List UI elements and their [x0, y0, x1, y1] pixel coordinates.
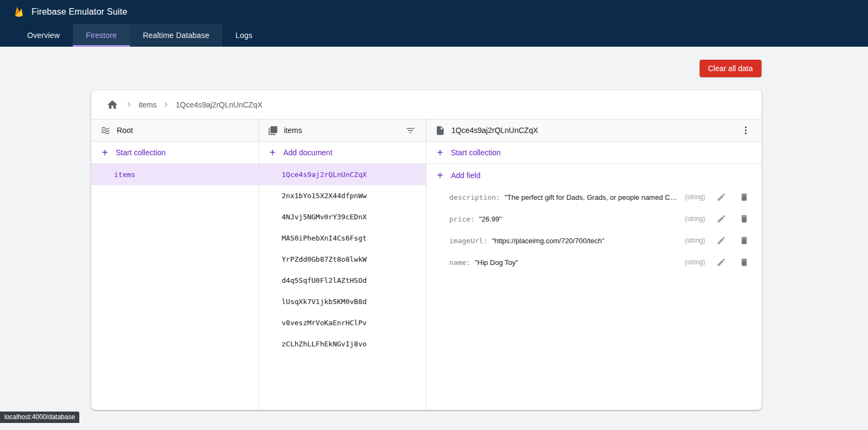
field-type: (string)	[685, 193, 705, 201]
collection-panel-title: items	[284, 126, 302, 135]
field-row: imageUrl "https://placeimg.com/720/700/t…	[426, 230, 762, 251]
document-list-item[interactable]: 1Qce4s9aj2rQLnUnCZqX	[259, 164, 426, 185]
root-panel-header: Root	[91, 119, 259, 142]
delete-field-icon[interactable]	[738, 234, 751, 247]
app-title: Firebase Emulator Suite	[32, 7, 127, 17]
add-field-button[interactable]: Add field	[426, 164, 762, 186]
collection-panel: items Add document 1Qce4s9aj2rQLnUnCZqX …	[259, 119, 427, 410]
edit-field-icon[interactable]	[715, 234, 728, 247]
document-list-item[interactable]: YrPZdd0Gb87Zt8o8lwkW	[259, 249, 426, 270]
breadcrumb-collection[interactable]: items	[139, 100, 156, 109]
clear-all-data-button[interactable]: Clear all data	[700, 60, 762, 77]
start-collection-button[interactable]: Start collection	[91, 142, 259, 164]
field-value: "https://placeimg.com/720/700/tech"	[492, 237, 679, 245]
add-document-label: Add document	[284, 148, 332, 157]
edit-field-icon[interactable]	[715, 212, 728, 225]
field-value: "The perfect gift for Dads, Grads, or pe…	[505, 193, 680, 201]
firestore-page: Clear all data items 1Qce4s9aj2rQLnUnCZq…	[91, 47, 762, 410]
firebase-logo-icon	[12, 5, 25, 18]
document-list-item[interactable]: MAS0iPhebXnI4Cs6Fsgt	[259, 227, 426, 249]
field-row: description "The perfect gift for Dads, …	[426, 186, 762, 208]
start-collection-label: Start collection	[116, 148, 166, 157]
main-tabs: Overview Firestore Realtime Database Log…	[0, 24, 868, 47]
field-name: description	[449, 193, 500, 201]
breadcrumb-document: 1Qce4s9aj2rQLnUnCZqX	[175, 100, 262, 109]
document-list-item[interactable]: v8veszMrVoKaEnrHClPv	[259, 312, 426, 333]
start-collection-button-document[interactable]: Start collection	[426, 142, 762, 164]
filter-icon[interactable]	[404, 124, 417, 137]
document-panel-header: 1Qce4s9aj2rQLnUnCZqX	[426, 119, 762, 142]
plus-icon	[100, 147, 110, 158]
root-panel-title: Root	[117, 126, 133, 135]
tab-overview[interactable]: Overview	[14, 24, 73, 47]
field-value: "26.99"	[479, 215, 680, 223]
document-panel: 1Qce4s9aj2rQLnUnCZqX Start collection Ad…	[426, 119, 762, 410]
document-list-item[interactable]: d4q5SqfU0Fl2lAZtHSOd	[259, 270, 426, 291]
delete-field-icon[interactable]	[738, 191, 751, 204]
plus-icon	[268, 147, 278, 158]
delete-field-icon[interactable]	[738, 212, 751, 225]
page-toolbar: Clear all data	[91, 47, 762, 77]
document-icon	[435, 125, 445, 136]
document-list-item[interactable]: 2nx1bYo15X2X44dfpnWw	[259, 185, 426, 206]
root-icon	[100, 125, 111, 136]
tab-realtime-database[interactable]: Realtime Database	[130, 24, 222, 47]
edit-field-icon[interactable]	[715, 191, 728, 204]
collection-list-item[interactable]: items	[91, 164, 259, 185]
field-row: name "Hip Dog Toy" (string)	[426, 251, 762, 273]
field-type: (string)	[685, 237, 705, 244]
field-value: "Hip Dog Toy"	[475, 258, 680, 267]
document-panel-title: 1Qce4s9aj2rQLnUnCZqX	[451, 126, 538, 135]
add-document-button[interactable]: Add document	[259, 142, 426, 164]
field-name: price	[449, 215, 475, 223]
plus-icon	[435, 170, 445, 181]
delete-field-icon[interactable]	[738, 256, 751, 269]
chevron-right-icon	[162, 100, 170, 109]
tab-logs[interactable]: Logs	[222, 24, 265, 47]
home-icon[interactable]	[105, 98, 119, 112]
firestore-panels: Root Start collection items items	[91, 119, 762, 410]
collection-panel-header: items	[259, 119, 426, 142]
top-navigation: Firebase Emulator Suite Overview Firesto…	[0, 0, 868, 47]
firestore-browser-card: items 1Qce4s9aj2rQLnUnCZqX Root	[91, 90, 762, 410]
breadcrumb: items 1Qce4s9aj2rQLnUnCZqX	[91, 90, 762, 119]
document-list-item[interactable]: 4NJvj5NGMv0rY39cEDnX	[259, 206, 426, 227]
collection-icon	[268, 125, 278, 136]
plus-icon	[435, 147, 445, 158]
document-list-item[interactable]: zCLhZhLLFhEkNGvIj8vo	[259, 333, 426, 355]
field-type: (string)	[685, 215, 705, 223]
kebab-menu-icon[interactable]	[739, 123, 753, 137]
tab-firestore[interactable]: Firestore	[73, 24, 130, 47]
field-row: price "26.99" (string)	[426, 208, 762, 230]
field-type: (string)	[685, 258, 705, 266]
edit-field-icon[interactable]	[715, 256, 728, 269]
chevron-right-icon	[125, 100, 133, 109]
document-list-item[interactable]: lUsqXk7V1jkb5KM0vB8d	[259, 291, 426, 312]
field-name: imageUrl	[449, 237, 487, 245]
root-panel: Root Start collection items	[91, 119, 259, 410]
field-name: name	[449, 258, 470, 267]
add-field-label: Add field	[451, 171, 480, 180]
status-link-preview: localhost:4000/database	[0, 412, 79, 423]
start-collection-label: Start collection	[451, 148, 501, 157]
